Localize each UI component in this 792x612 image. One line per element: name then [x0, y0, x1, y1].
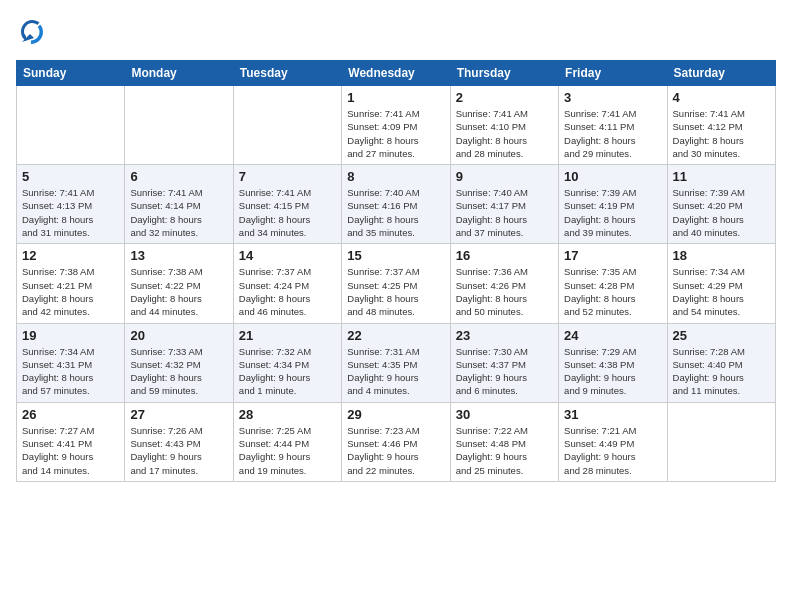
day-number: 12	[22, 248, 119, 263]
day-info: Sunrise: 7:39 AM Sunset: 4:20 PM Dayligh…	[673, 186, 770, 239]
calendar-cell: 8Sunrise: 7:40 AM Sunset: 4:16 PM Daylig…	[342, 165, 450, 244]
calendar-cell: 30Sunrise: 7:22 AM Sunset: 4:48 PM Dayli…	[450, 402, 558, 481]
day-number: 29	[347, 407, 444, 422]
calendar-cell: 21Sunrise: 7:32 AM Sunset: 4:34 PM Dayli…	[233, 323, 341, 402]
week-row-4: 19Sunrise: 7:34 AM Sunset: 4:31 PM Dayli…	[17, 323, 776, 402]
calendar-cell: 11Sunrise: 7:39 AM Sunset: 4:20 PM Dayli…	[667, 165, 775, 244]
day-info: Sunrise: 7:41 AM Sunset: 4:09 PM Dayligh…	[347, 107, 444, 160]
day-number: 9	[456, 169, 553, 184]
calendar-cell: 3Sunrise: 7:41 AM Sunset: 4:11 PM Daylig…	[559, 86, 667, 165]
day-info: Sunrise: 7:26 AM Sunset: 4:43 PM Dayligh…	[130, 424, 227, 477]
calendar-cell: 28Sunrise: 7:25 AM Sunset: 4:44 PM Dayli…	[233, 402, 341, 481]
day-info: Sunrise: 7:35 AM Sunset: 4:28 PM Dayligh…	[564, 265, 661, 318]
day-number: 17	[564, 248, 661, 263]
weekday-header-wednesday: Wednesday	[342, 61, 450, 86]
day-info: Sunrise: 7:40 AM Sunset: 4:16 PM Dayligh…	[347, 186, 444, 239]
calendar-cell: 16Sunrise: 7:36 AM Sunset: 4:26 PM Dayli…	[450, 244, 558, 323]
day-number: 6	[130, 169, 227, 184]
day-number: 5	[22, 169, 119, 184]
week-row-5: 26Sunrise: 7:27 AM Sunset: 4:41 PM Dayli…	[17, 402, 776, 481]
day-info: Sunrise: 7:31 AM Sunset: 4:35 PM Dayligh…	[347, 345, 444, 398]
day-info: Sunrise: 7:22 AM Sunset: 4:48 PM Dayligh…	[456, 424, 553, 477]
day-number: 1	[347, 90, 444, 105]
logo-icon	[16, 16, 48, 48]
calendar-cell	[667, 402, 775, 481]
day-info: Sunrise: 7:29 AM Sunset: 4:38 PM Dayligh…	[564, 345, 661, 398]
weekday-header-friday: Friday	[559, 61, 667, 86]
day-number: 14	[239, 248, 336, 263]
weekday-header-row: SundayMondayTuesdayWednesdayThursdayFrid…	[17, 61, 776, 86]
day-info: Sunrise: 7:30 AM Sunset: 4:37 PM Dayligh…	[456, 345, 553, 398]
day-number: 16	[456, 248, 553, 263]
calendar: SundayMondayTuesdayWednesdayThursdayFrid…	[16, 60, 776, 482]
calendar-cell: 1Sunrise: 7:41 AM Sunset: 4:09 PM Daylig…	[342, 86, 450, 165]
day-number: 23	[456, 328, 553, 343]
calendar-cell: 2Sunrise: 7:41 AM Sunset: 4:10 PM Daylig…	[450, 86, 558, 165]
calendar-cell: 23Sunrise: 7:30 AM Sunset: 4:37 PM Dayli…	[450, 323, 558, 402]
day-number: 19	[22, 328, 119, 343]
day-info: Sunrise: 7:40 AM Sunset: 4:17 PM Dayligh…	[456, 186, 553, 239]
day-info: Sunrise: 7:25 AM Sunset: 4:44 PM Dayligh…	[239, 424, 336, 477]
day-number: 31	[564, 407, 661, 422]
calendar-cell: 18Sunrise: 7:34 AM Sunset: 4:29 PM Dayli…	[667, 244, 775, 323]
calendar-cell: 17Sunrise: 7:35 AM Sunset: 4:28 PM Dayli…	[559, 244, 667, 323]
calendar-cell: 26Sunrise: 7:27 AM Sunset: 4:41 PM Dayli…	[17, 402, 125, 481]
calendar-cell: 9Sunrise: 7:40 AM Sunset: 4:17 PM Daylig…	[450, 165, 558, 244]
day-info: Sunrise: 7:38 AM Sunset: 4:21 PM Dayligh…	[22, 265, 119, 318]
day-info: Sunrise: 7:32 AM Sunset: 4:34 PM Dayligh…	[239, 345, 336, 398]
calendar-cell: 22Sunrise: 7:31 AM Sunset: 4:35 PM Dayli…	[342, 323, 450, 402]
day-info: Sunrise: 7:41 AM Sunset: 4:14 PM Dayligh…	[130, 186, 227, 239]
day-info: Sunrise: 7:41 AM Sunset: 4:11 PM Dayligh…	[564, 107, 661, 160]
page: SundayMondayTuesdayWednesdayThursdayFrid…	[0, 0, 792, 612]
day-number: 20	[130, 328, 227, 343]
day-number: 8	[347, 169, 444, 184]
day-info: Sunrise: 7:41 AM Sunset: 4:12 PM Dayligh…	[673, 107, 770, 160]
calendar-body: 1Sunrise: 7:41 AM Sunset: 4:09 PM Daylig…	[17, 86, 776, 482]
calendar-cell: 4Sunrise: 7:41 AM Sunset: 4:12 PM Daylig…	[667, 86, 775, 165]
day-number: 27	[130, 407, 227, 422]
week-row-1: 1Sunrise: 7:41 AM Sunset: 4:09 PM Daylig…	[17, 86, 776, 165]
calendar-cell: 13Sunrise: 7:38 AM Sunset: 4:22 PM Dayli…	[125, 244, 233, 323]
calendar-cell: 25Sunrise: 7:28 AM Sunset: 4:40 PM Dayli…	[667, 323, 775, 402]
day-number: 24	[564, 328, 661, 343]
calendar-cell	[125, 86, 233, 165]
calendar-cell	[233, 86, 341, 165]
weekday-header-sunday: Sunday	[17, 61, 125, 86]
calendar-cell: 31Sunrise: 7:21 AM Sunset: 4:49 PM Dayli…	[559, 402, 667, 481]
calendar-cell: 27Sunrise: 7:26 AM Sunset: 4:43 PM Dayli…	[125, 402, 233, 481]
day-info: Sunrise: 7:37 AM Sunset: 4:25 PM Dayligh…	[347, 265, 444, 318]
calendar-cell: 24Sunrise: 7:29 AM Sunset: 4:38 PM Dayli…	[559, 323, 667, 402]
day-number: 28	[239, 407, 336, 422]
day-info: Sunrise: 7:39 AM Sunset: 4:19 PM Dayligh…	[564, 186, 661, 239]
calendar-cell: 15Sunrise: 7:37 AM Sunset: 4:25 PM Dayli…	[342, 244, 450, 323]
day-info: Sunrise: 7:27 AM Sunset: 4:41 PM Dayligh…	[22, 424, 119, 477]
logo	[16, 16, 52, 48]
day-number: 30	[456, 407, 553, 422]
day-info: Sunrise: 7:28 AM Sunset: 4:40 PM Dayligh…	[673, 345, 770, 398]
calendar-cell: 6Sunrise: 7:41 AM Sunset: 4:14 PM Daylig…	[125, 165, 233, 244]
day-info: Sunrise: 7:21 AM Sunset: 4:49 PM Dayligh…	[564, 424, 661, 477]
day-number: 2	[456, 90, 553, 105]
weekday-header-saturday: Saturday	[667, 61, 775, 86]
day-number: 11	[673, 169, 770, 184]
day-number: 21	[239, 328, 336, 343]
day-info: Sunrise: 7:34 AM Sunset: 4:29 PM Dayligh…	[673, 265, 770, 318]
day-info: Sunrise: 7:37 AM Sunset: 4:24 PM Dayligh…	[239, 265, 336, 318]
day-number: 13	[130, 248, 227, 263]
day-info: Sunrise: 7:23 AM Sunset: 4:46 PM Dayligh…	[347, 424, 444, 477]
day-info: Sunrise: 7:33 AM Sunset: 4:32 PM Dayligh…	[130, 345, 227, 398]
header	[16, 16, 776, 48]
day-info: Sunrise: 7:41 AM Sunset: 4:10 PM Dayligh…	[456, 107, 553, 160]
day-number: 7	[239, 169, 336, 184]
calendar-cell: 29Sunrise: 7:23 AM Sunset: 4:46 PM Dayli…	[342, 402, 450, 481]
day-number: 25	[673, 328, 770, 343]
weekday-header-tuesday: Tuesday	[233, 61, 341, 86]
day-info: Sunrise: 7:41 AM Sunset: 4:13 PM Dayligh…	[22, 186, 119, 239]
week-row-2: 5Sunrise: 7:41 AM Sunset: 4:13 PM Daylig…	[17, 165, 776, 244]
calendar-cell: 19Sunrise: 7:34 AM Sunset: 4:31 PM Dayli…	[17, 323, 125, 402]
day-info: Sunrise: 7:41 AM Sunset: 4:15 PM Dayligh…	[239, 186, 336, 239]
day-number: 22	[347, 328, 444, 343]
day-info: Sunrise: 7:38 AM Sunset: 4:22 PM Dayligh…	[130, 265, 227, 318]
calendar-cell	[17, 86, 125, 165]
calendar-cell: 14Sunrise: 7:37 AM Sunset: 4:24 PM Dayli…	[233, 244, 341, 323]
